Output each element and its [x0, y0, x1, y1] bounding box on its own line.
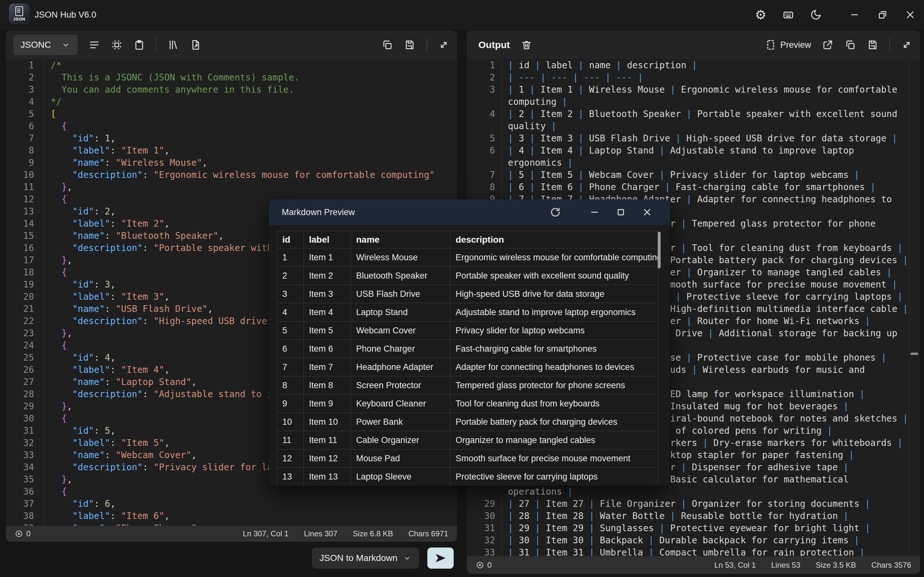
table-cell: Item 4: [304, 303, 351, 322]
run-conversion-button[interactable]: [427, 548, 454, 569]
table-cell: Laptop Sleeve: [351, 468, 451, 486]
table-cell: 1: [277, 248, 304, 267]
code-line: 5| 3 | Item 3 | USB Flash Drive | High-s…: [467, 132, 920, 145]
language-selector[interactable]: JSONC: [13, 35, 78, 55]
output-toolbar: Output Preview: [467, 31, 920, 59]
table-cell: Item 8: [304, 376, 351, 395]
table-cell: Mouse Pad: [351, 450, 451, 468]
table-cell: 4: [277, 303, 304, 322]
table-cell: Item 9: [304, 395, 351, 413]
minimize-button[interactable]: [841, 0, 869, 29]
column-header: name: [351, 231, 451, 248]
code-line: 7 "id": 1,: [6, 132, 457, 145]
save-icon: [867, 39, 879, 51]
table-cell: 6: [277, 340, 304, 358]
titlebar: JSON JSON Hub V6.0 ⚙: [0, 0, 924, 29]
table-cell: Tempered glass protector for phone scree…: [451, 376, 658, 395]
close-button[interactable]: [897, 0, 924, 29]
code-line: 8 "label": "Item 1",: [6, 145, 457, 157]
code-line: 37 "id": 6,: [6, 498, 457, 510]
table-cell: USB Flash Drive: [351, 285, 451, 303]
code-line: quality |: [467, 120, 920, 132]
column-header: label: [304, 231, 351, 248]
table-row: 3Item 3USB Flash DriveHigh-speed USB dri…: [277, 285, 658, 303]
line-count: Lines 307: [304, 529, 337, 538]
copy-output-button[interactable]: [845, 39, 856, 51]
table-header-row: idlabelnamedescription: [277, 231, 658, 248]
code-line: 6| 4 | Item 4 | Laptop Stand | Adjustabl…: [467, 145, 920, 157]
scrollbar-thumb[interactable]: [911, 353, 918, 355]
preview-maximize-button[interactable]: [607, 199, 634, 225]
cursor-position: Ln 307, Col 1: [243, 529, 289, 538]
minify-icon: [111, 39, 123, 51]
table-cell: Headphone Adapter: [351, 358, 451, 376]
chevron-down-icon: [61, 40, 71, 50]
preview-minimize-button[interactable]: [582, 199, 607, 225]
preview-window-title: Markdown Preview: [282, 207, 355, 218]
toolbar-divider: [426, 38, 427, 52]
clear-output-button[interactable]: [521, 39, 532, 51]
error-circle-icon: [476, 561, 484, 569]
preview-close-button[interactable]: [634, 199, 660, 225]
markdown-preview-window[interactable]: Markdown Preview idlabelnamedescription1…: [269, 199, 670, 486]
table-cell: Organizer to manage tangled cables: [451, 431, 658, 450]
code-line: computing |: [467, 96, 920, 108]
table-cell: Smooth surface for precise mouse movemen…: [451, 450, 658, 468]
table-row: 5Item 5Webcam CoverPrivacy slider for la…: [277, 322, 658, 340]
toolbar-divider: [889, 38, 890, 52]
problems-count: 0: [26, 529, 31, 538]
save-input-button[interactable]: [404, 39, 415, 51]
table-row: 6Item 6Phone ChargerFast-charging cable …: [277, 340, 658, 358]
preview-titlebar[interactable]: Markdown Preview: [269, 199, 670, 225]
format-button[interactable]: [89, 39, 100, 51]
app-window: JSON JSON Hub V6.0 ⚙: [0, 0, 924, 577]
expand-output-button[interactable]: [901, 39, 913, 51]
preview-refresh-button[interactable]: [542, 199, 569, 225]
table-cell: Item 5: [304, 322, 351, 340]
app-logo-label: JSON: [13, 17, 25, 21]
code-line: 3 You can add comments anywhere in this …: [6, 84, 457, 96]
code-line: 4| 2 | Item 2 | Bluetooth Speaker | Port…: [467, 108, 920, 120]
copy-input-button[interactable]: [381, 39, 393, 51]
send-arrow-icon: [434, 551, 447, 565]
conversion-mode-select[interactable]: JSON to Markdown: [312, 548, 419, 569]
import-file-button[interactable]: [190, 39, 202, 51]
preview-button-label: Preview: [780, 40, 811, 50]
table-cell: 7: [277, 358, 304, 376]
char-count: Chars 3576: [871, 561, 911, 570]
preview-button[interactable]: Preview: [765, 39, 811, 51]
code-line: 10 "description": "Ergonomic wireless mo…: [6, 169, 457, 181]
problems-indicator[interactable]: 0: [15, 529, 31, 538]
samples-button[interactable]: [168, 39, 179, 51]
expand-input-button[interactable]: [438, 39, 449, 51]
save-output-button[interactable]: [867, 39, 879, 51]
char-count: Chars 6971: [409, 529, 448, 538]
json-document-icon: [15, 6, 23, 16]
theme-toggle-button[interactable]: [802, 0, 830, 29]
table-cell: Fast-charging cable for smartphones: [451, 340, 658, 358]
shortcuts-button[interactable]: [774, 0, 802, 29]
table-cell: Keyboard Cleaner: [351, 395, 451, 413]
code-line: 31| 29 | Item 29 | Sunglasses | Protecti…: [467, 522, 920, 534]
paste-button[interactable]: [134, 39, 145, 51]
code-line: 8| 6 | Item 6 | Phone Charger | Fast-cha…: [467, 181, 920, 193]
output-title: Output: [478, 39, 510, 50]
share-output-button[interactable]: [822, 39, 834, 51]
table-cell: Tool for cleaning dust from keyboards: [451, 395, 658, 413]
table-cell: Item 7: [304, 358, 351, 376]
restore-button[interactable]: [869, 0, 897, 29]
table-cell: 12: [277, 450, 304, 468]
minify-button[interactable]: [111, 39, 123, 51]
settings-button[interactable]: ⚙: [747, 0, 774, 29]
table-cell: Screen Protector: [351, 376, 451, 395]
preview-scrollbar-thumb[interactable]: [658, 232, 661, 268]
minimize-icon: [589, 206, 600, 218]
table-cell: Phone Charger: [351, 340, 451, 358]
table-row: 2Item 2Bluetooth SpeakerPortable speaker…: [277, 267, 658, 285]
table-cell: Protective sleeve for carrying laptops: [451, 468, 658, 486]
table-cell: Privacy slider for laptop webcams: [451, 322, 658, 340]
table-cell: Portable battery pack for charging devic…: [451, 413, 658, 431]
problems-indicator[interactable]: 0: [476, 561, 491, 570]
code-line: 30| 28 | Item 28 | Water Bottle | Reusab…: [467, 510, 920, 522]
input-toolbar: JSONC: [6, 31, 457, 59]
